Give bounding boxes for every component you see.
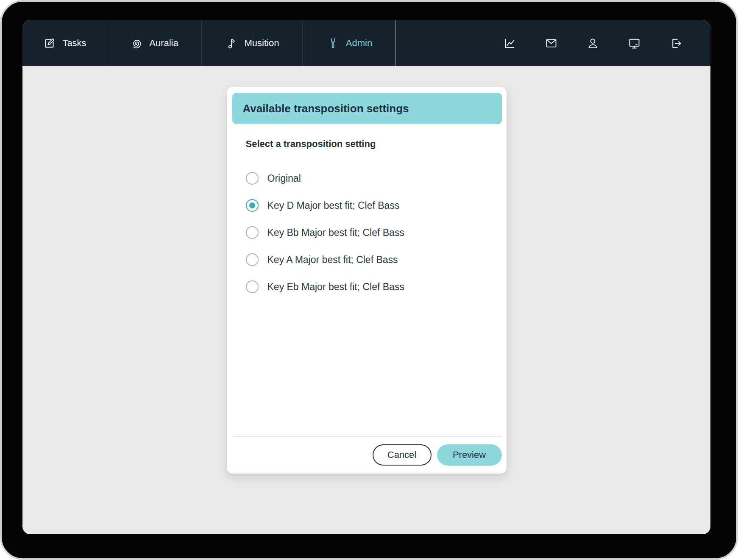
tab-admin[interactable]: Admin	[303, 20, 396, 66]
tab-label: Tasks	[62, 38, 86, 49]
dialog-subtitle: Select a transposition setting	[246, 139, 376, 150]
option-label: Key D Major best fit; Clef Bass	[267, 200, 400, 211]
option-key-eb-major[interactable]: Key Eb Major best fit; Clef Bass	[246, 273, 490, 300]
radio-button[interactable]	[246, 226, 259, 239]
tab-label: Admin	[346, 38, 372, 49]
transposition-options-list: Original Key D Major best fit; Clef Bass…	[246, 165, 490, 300]
logout-icon[interactable]	[669, 37, 682, 50]
tab-label: Auralia	[149, 38, 178, 49]
dialog-footer-divider	[232, 436, 502, 437]
dialog-title: Available transposition settings	[243, 102, 409, 115]
tab-tasks[interactable]: Tasks	[22, 20, 107, 66]
radio-button[interactable]	[246, 172, 259, 185]
navbar-action-icons	[503, 20, 710, 66]
radio-button[interactable]	[246, 253, 259, 266]
musition-note-icon	[225, 37, 238, 50]
user-icon[interactable]	[586, 37, 599, 50]
tasks-compose-icon	[43, 37, 56, 50]
tablet-device: Tasks Auralia Musition	[0, 0, 738, 560]
admin-wrench-icon	[326, 37, 340, 50]
option-label: Key A Major best fit; Clef Bass	[267, 254, 398, 266]
radio-button[interactable]	[246, 280, 259, 293]
option-key-d-major[interactable]: Key D Major best fit; Clef Bass	[246, 192, 490, 219]
option-label: Original	[267, 173, 301, 184]
tab-musition[interactable]: Musition	[201, 20, 303, 66]
option-key-bb-major[interactable]: Key Bb Major best fit; Clef Bass	[246, 219, 490, 246]
tab-auralia[interactable]: Auralia	[107, 20, 201, 66]
mail-icon[interactable]	[545, 37, 558, 50]
dialog-header: Available transposition settings	[232, 93, 502, 124]
dialog-actions: Cancel Preview	[373, 444, 502, 466]
monitor-icon[interactable]	[628, 37, 641, 50]
app-screen: Tasks Auralia Musition	[22, 20, 710, 534]
option-original[interactable]: Original	[246, 165, 490, 192]
page-content: Available transposition settings Select …	[22, 87, 710, 534]
top-navbar: Tasks Auralia Musition	[22, 20, 710, 66]
reports-chart-icon[interactable]	[503, 37, 516, 50]
preview-button[interactable]: Preview	[437, 444, 502, 466]
option-label: Key Eb Major best fit; Clef Bass	[267, 281, 404, 293]
option-label: Key Bb Major best fit; Clef Bass	[267, 227, 404, 238]
cancel-button[interactable]: Cancel	[373, 444, 432, 466]
auralia-shell-icon	[130, 37, 143, 50]
radio-button[interactable]	[246, 199, 259, 212]
transposition-dialog: Available transposition settings Select …	[227, 87, 507, 474]
tab-label: Musition	[245, 38, 279, 49]
option-key-a-major[interactable]: Key A Major best fit; Clef Bass	[246, 246, 490, 273]
